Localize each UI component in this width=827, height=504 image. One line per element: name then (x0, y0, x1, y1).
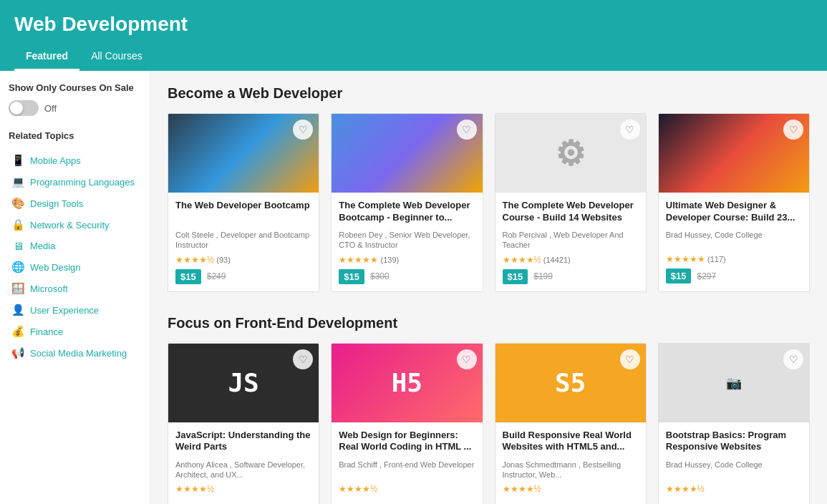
card-author: Brad Hussey, Code College (666, 460, 802, 480)
price-original: $249 (207, 271, 226, 281)
favorite-button[interactable]: ♡ (457, 120, 477, 140)
card-body: Ultimate Web Designer & Developer Course… (659, 193, 809, 291)
sidebar-item-social-media-marketing[interactable]: 📢 Social Media Marketing (9, 342, 141, 364)
favorite-button[interactable]: ♡ (620, 120, 640, 140)
favorite-button[interactable]: ♡ (457, 349, 477, 369)
favorite-button[interactable]: ♡ (620, 349, 640, 369)
topic-icon: 📢 (11, 346, 24, 359)
card-body: JavaScript: Understanding the Weird Part… (168, 422, 319, 504)
card-image-container: S5 ♡ (495, 344, 646, 422)
sale-toggle[interactable] (9, 100, 39, 116)
card-image-container: ♡ (168, 114, 319, 193)
star-rating: ★★★★½ (503, 484, 639, 494)
topic-label: Media (30, 241, 55, 251)
page-title: Web Development (14, 13, 813, 36)
course-card[interactable]: ⚙ ♡ The Complete Web Developer Course - … (495, 113, 647, 292)
topic-label: Microsoft (30, 284, 68, 294)
sidebar-item-microsoft[interactable]: 🪟 Microsoft (9, 278, 141, 299)
sidebar-item-user-experience[interactable]: 👤 User Experience (9, 299, 141, 321)
card-title: The Complete Web Developer Course - Buil… (503, 200, 639, 226)
toggle-state: Off (44, 103, 57, 114)
price-current: $15 (503, 269, 528, 284)
sections-container: Become a Web Developer ♡ The Web Develop… (168, 85, 810, 504)
sidebar-item-web-design[interactable]: 🌐 Web Design (9, 256, 141, 278)
favorite-button[interactable]: ♡ (783, 349, 803, 369)
topic-label: User Experience (30, 305, 99, 316)
review-count: (139) (381, 256, 400, 264)
sidebar-item-mobile-apps[interactable]: 📱 Mobile Apps (9, 150, 141, 171)
card-author: Colt Steele , Developer and Bootcamp Ins… (175, 230, 311, 251)
card-image-container: 📷 ♡ (659, 344, 809, 422)
star-rating: ★★★★½ (14421) (503, 255, 639, 265)
price-original: $300 (370, 271, 390, 281)
favorite-button[interactable]: ♡ (783, 120, 803, 140)
card-image-container: JS ♡ (168, 344, 319, 422)
star-rating: ★★★★½ (175, 484, 311, 494)
price-row: $15 $297 (666, 268, 802, 284)
card-image-container: ⚙ ♡ (495, 114, 646, 193)
review-count: (93) (216, 256, 231, 264)
section-title-1: Focus on Front-End Development (168, 315, 810, 331)
section-0: Become a Web Developer ♡ The Web Develop… (168, 85, 810, 292)
topic-label: Web Design (30, 262, 81, 273)
topic-icon: 🎨 (11, 197, 24, 210)
course-card[interactable]: ♡ Ultimate Web Designer & Developer Cour… (658, 113, 810, 292)
cards-grid-1: JS ♡ JavaScript: Understanding the Weird… (168, 343, 810, 504)
card-author: Jonas Schmedtmann , Bestselling Instruct… (503, 460, 639, 480)
favorite-button[interactable]: ♡ (293, 349, 313, 369)
topic-label: Social Media Marketing (30, 348, 127, 359)
course-card[interactable]: ♡ The Web Developer Bootcamp Colt Steele… (168, 113, 319, 292)
sidebar-topics-list: 📱 Mobile Apps 💻 Programming Languages 🎨 … (9, 150, 141, 364)
topic-label: Finance (30, 326, 63, 337)
card-author: Rob Percival , Web Developer And Teacher (503, 230, 639, 251)
card-title: Build Responsive Real World Websites wit… (503, 430, 639, 455)
main-layout: Show Only Courses On Sale Off Related To… (0, 71, 827, 504)
card-title: Bootstrap Basics: Program Responsive Web… (666, 430, 802, 455)
star-rating: ★★★★★ (139) (339, 255, 475, 265)
topic-icon: 🌐 (11, 261, 24, 273)
sidebar-item-media[interactable]: 🖥 Media (9, 236, 141, 256)
course-card[interactable]: ♡ The Complete Web Developer Bootcamp - … (331, 113, 483, 292)
price-original: $297 (697, 271, 716, 281)
card-author: Anthony Alicea , Software Developer, Arc… (175, 460, 311, 480)
course-card[interactable]: S5 ♡ Build Responsive Real World Website… (495, 343, 647, 504)
toggle-knob (10, 102, 23, 115)
topic-label: Programming Languages (30, 177, 135, 188)
sidebar-item-finance[interactable]: 💰 Finance (9, 321, 141, 342)
star-rating: ★★★★½ (666, 484, 802, 494)
price-current: $15 (175, 269, 201, 284)
price-row: $15 $249 (175, 269, 311, 284)
sidebar: Show Only Courses On Sale Off Related To… (0, 71, 150, 504)
tab-all-courses[interactable]: All Courses (79, 44, 154, 71)
card-title: Web Design for Beginners: Real World Cod… (339, 430, 475, 455)
course-card[interactable]: JS ♡ JavaScript: Understanding the Weird… (168, 343, 319, 504)
card-author: Brad Hussey, Code College (666, 230, 802, 250)
sidebar-item-network-&-security[interactable]: 🔒 Network & Security (9, 214, 141, 236)
card-image-container: H5 ♡ (332, 344, 482, 422)
related-topics-label: Related Topics (9, 130, 141, 141)
topic-icon: 👤 (11, 304, 24, 316)
course-card[interactable]: 📷 ♡ Bootstrap Basics: Program Responsive… (658, 343, 810, 504)
course-card[interactable]: H5 ♡ Web Design for Beginners: Real Worl… (331, 343, 483, 504)
topic-label: Network & Security (30, 220, 110, 231)
sidebar-item-programming-languages[interactable]: 💻 Programming Languages (9, 171, 141, 193)
card-body: The Complete Web Developer Bootcamp - Be… (332, 193, 482, 291)
card-body: Bootstrap Basics: Program Responsive Web… (659, 422, 809, 504)
topic-icon: 📱 (11, 154, 24, 167)
topic-icon: 🔒 (11, 218, 24, 231)
star-rating: ★★★★★ (117) (666, 254, 802, 264)
review-count: (14421) (543, 256, 571, 264)
card-image-container: ♡ (659, 114, 809, 193)
card-title: The Complete Web Developer Bootcamp - Be… (339, 200, 475, 226)
sale-toggle-label: Show Only Courses On Sale (9, 82, 141, 93)
price-current: $15 (339, 269, 364, 284)
topic-icon: 🖥 (11, 240, 24, 252)
tab-featured[interactable]: Featured (14, 44, 79, 71)
card-title: The Web Developer Bootcamp (175, 200, 311, 226)
price-row: $15 $199 (503, 269, 639, 284)
topic-icon: 💻 (11, 175, 24, 188)
card-image-container: ♡ (332, 114, 482, 193)
sidebar-item-design-tools[interactable]: 🎨 Design Tools (9, 193, 141, 214)
header-tabs: Featured All Courses (14, 44, 813, 71)
card-title: JavaScript: Understanding the Weird Part… (175, 430, 311, 455)
